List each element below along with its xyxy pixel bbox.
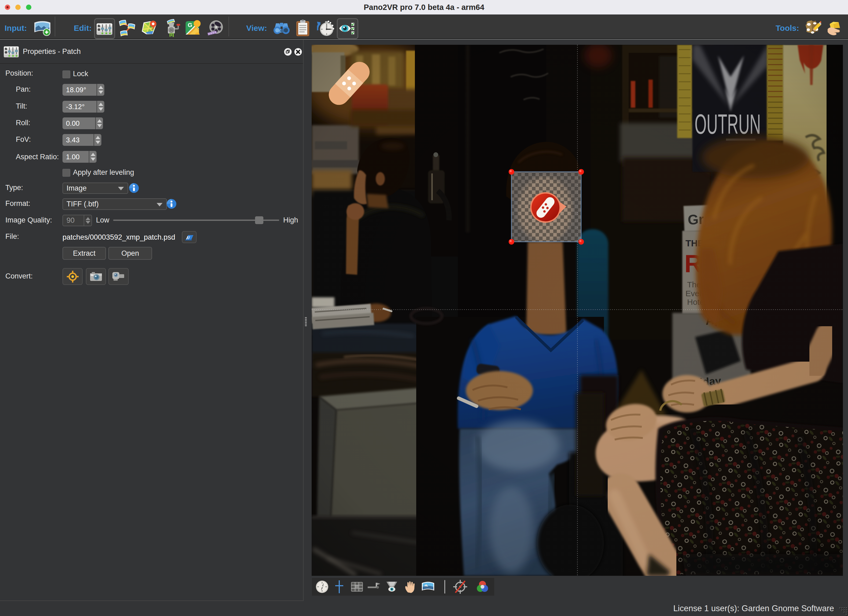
svg-text:G: G <box>188 22 192 28</box>
